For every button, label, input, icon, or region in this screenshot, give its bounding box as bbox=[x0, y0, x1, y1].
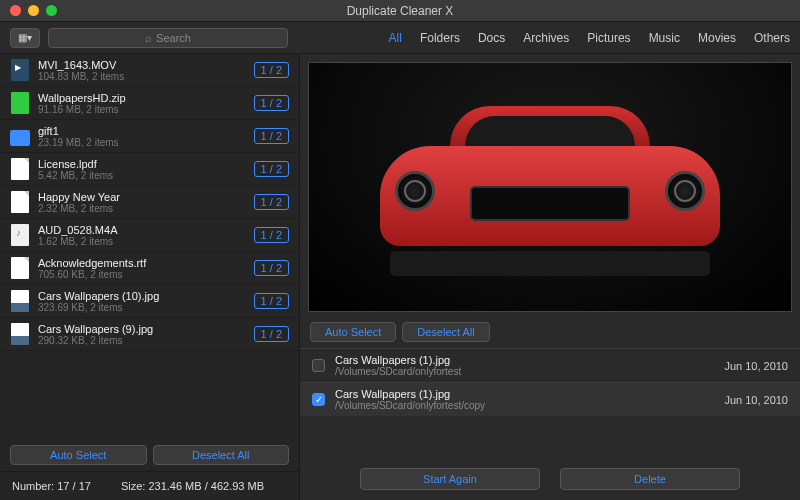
img-icon bbox=[10, 322, 30, 346]
count-badge: 1 / 2 bbox=[254, 227, 289, 243]
list-item[interactable]: Acknowledgements.rtf705.60 KB, 2 items1 … bbox=[0, 252, 299, 285]
list-item[interactable]: License.lpdf5.42 MB, 2 items1 / 2 bbox=[0, 153, 299, 186]
item-name: WallpapersHD.zip bbox=[38, 92, 246, 104]
car-illustration bbox=[360, 106, 740, 286]
status-bar: Number: 17 / 17 Size: 231.46 MB / 462.93… bbox=[0, 471, 299, 500]
count-badge: 1 / 2 bbox=[254, 161, 289, 177]
preview-image bbox=[308, 62, 792, 312]
dup-path: /Volumes/SDcard/onlyfortest bbox=[335, 366, 714, 377]
count-badge: 1 / 2 bbox=[254, 293, 289, 309]
item-name: License.lpdf bbox=[38, 158, 246, 170]
item-name: Happy New Year bbox=[38, 191, 246, 203]
toolbar: ▦▾ ⌕ Search AllFoldersDocsArchivesPictur… bbox=[0, 22, 800, 54]
checkbox[interactable] bbox=[312, 359, 325, 372]
list-item[interactable]: WallpapersHD.zip91.16 MB, 2 items1 / 2 bbox=[0, 87, 299, 120]
item-meta: 290.32 KB, 2 items bbox=[38, 335, 246, 346]
search-input[interactable]: ⌕ Search bbox=[48, 28, 288, 48]
item-meta: 91.16 MB, 2 items bbox=[38, 104, 246, 115]
sidebar: MVI_1643.MOV104.83 MB, 2 items1 / 2Wallp… bbox=[0, 54, 300, 500]
search-placeholder: Search bbox=[156, 32, 191, 44]
dup-date: Jun 10, 2010 bbox=[724, 394, 788, 406]
sidebar-buttons: Auto Select Deselect All bbox=[0, 439, 299, 471]
count-badge: 1 / 2 bbox=[254, 326, 289, 342]
maximize-icon[interactable] bbox=[46, 5, 57, 16]
duplicate-groups-list: MVI_1643.MOV104.83 MB, 2 items1 / 2Wallp… bbox=[0, 54, 299, 439]
auto-select-button[interactable]: Auto Select bbox=[10, 445, 147, 465]
item-meta: 104.83 MB, 2 items bbox=[38, 71, 246, 82]
minimize-icon[interactable] bbox=[28, 5, 39, 16]
tab-archives[interactable]: Archives bbox=[523, 31, 569, 45]
dup-name: Cars Wallpapers (1).jpg bbox=[335, 388, 714, 400]
mov-icon bbox=[10, 58, 30, 82]
list-item[interactable]: Cars Wallpapers (10).jpg323.69 KB, 2 ite… bbox=[0, 285, 299, 318]
start-again-button[interactable]: Start Again bbox=[360, 468, 540, 490]
window-title: Duplicate Cleaner X bbox=[0, 4, 800, 18]
main-panel: Auto Select Deselect All Cars Wallpapers… bbox=[300, 54, 800, 500]
zip-icon bbox=[10, 91, 30, 115]
content: MVI_1643.MOV104.83 MB, 2 items1 / 2Wallp… bbox=[0, 54, 800, 500]
item-meta: 705.60 KB, 2 items bbox=[38, 269, 246, 280]
tab-pictures[interactable]: Pictures bbox=[587, 31, 630, 45]
duplicate-row[interactable]: Cars Wallpapers (1).jpg/Volumes/SDcard/o… bbox=[300, 382, 800, 416]
list-item[interactable]: MVI_1643.MOV104.83 MB, 2 items1 / 2 bbox=[0, 54, 299, 87]
dup-name: Cars Wallpapers (1).jpg bbox=[335, 354, 714, 366]
img-icon bbox=[10, 289, 30, 313]
count-badge: 1 / 2 bbox=[254, 194, 289, 210]
close-icon[interactable] bbox=[10, 5, 21, 16]
duplicate-files-list: Cars Wallpapers (1).jpg/Volumes/SDcard/o… bbox=[300, 348, 800, 458]
audio-icon bbox=[10, 223, 30, 247]
traffic-lights bbox=[10, 5, 57, 16]
delete-button[interactable]: Delete bbox=[560, 468, 740, 490]
main-buttons: Auto Select Deselect All bbox=[300, 320, 800, 348]
tab-folders[interactable]: Folders bbox=[420, 31, 460, 45]
tab-all[interactable]: All bbox=[389, 31, 402, 45]
list-item[interactable]: AUD_0528.M4A1.62 MB, 2 items1 / 2 bbox=[0, 219, 299, 252]
item-name: Acknowledgements.rtf bbox=[38, 257, 246, 269]
item-meta: 2.32 MB, 2 items bbox=[38, 203, 246, 214]
doc-icon bbox=[10, 256, 30, 280]
count-badge: 1 / 2 bbox=[254, 260, 289, 276]
item-name: AUD_0528.M4A bbox=[38, 224, 246, 236]
status-number: Number: 17 / 17 bbox=[12, 480, 91, 492]
item-name: Cars Wallpapers (9).jpg bbox=[38, 323, 246, 335]
list-item[interactable]: gift123.19 MB, 2 items1 / 2 bbox=[0, 120, 299, 153]
count-badge: 1 / 2 bbox=[254, 128, 289, 144]
tab-movies[interactable]: Movies bbox=[698, 31, 736, 45]
view-mode-button[interactable]: ▦▾ bbox=[10, 28, 40, 48]
doc-icon bbox=[10, 157, 30, 181]
search-icon: ⌕ bbox=[145, 32, 152, 44]
item-meta: 5.42 MB, 2 items bbox=[38, 170, 246, 181]
count-badge: 1 / 2 bbox=[254, 95, 289, 111]
tab-others[interactable]: Others bbox=[754, 31, 790, 45]
filter-tabs: AllFoldersDocsArchivesPicturesMusicMovie… bbox=[389, 31, 790, 45]
status-size: Size: 231.46 MB / 462.93 MB bbox=[121, 480, 264, 492]
item-name: MVI_1643.MOV bbox=[38, 59, 246, 71]
duplicate-row[interactable]: Cars Wallpapers (1).jpg/Volumes/SDcard/o… bbox=[300, 348, 800, 382]
item-name: Cars Wallpapers (10).jpg bbox=[38, 290, 246, 302]
dup-date: Jun 10, 2010 bbox=[724, 360, 788, 372]
item-name: gift1 bbox=[38, 125, 246, 137]
count-badge: 1 / 2 bbox=[254, 62, 289, 78]
main-deselect-all-button[interactable]: Deselect All bbox=[402, 322, 489, 342]
bottom-buttons: Start Again Delete bbox=[300, 458, 800, 500]
app-window: Duplicate Cleaner X ▦▾ ⌕ Search AllFolde… bbox=[0, 0, 800, 500]
dup-path: /Volumes/SDcard/onlyfortest/copy bbox=[335, 400, 714, 411]
main-auto-select-button[interactable]: Auto Select bbox=[310, 322, 396, 342]
doc-icon bbox=[10, 190, 30, 214]
item-meta: 1.62 MB, 2 items bbox=[38, 236, 246, 247]
tab-docs[interactable]: Docs bbox=[478, 31, 505, 45]
checkbox[interactable] bbox=[312, 393, 325, 406]
tab-music[interactable]: Music bbox=[649, 31, 680, 45]
titlebar: Duplicate Cleaner X bbox=[0, 0, 800, 22]
item-meta: 23.19 MB, 2 items bbox=[38, 137, 246, 148]
folder-icon bbox=[10, 124, 30, 148]
item-meta: 323.69 KB, 2 items bbox=[38, 302, 246, 313]
deselect-all-button[interactable]: Deselect All bbox=[153, 445, 290, 465]
list-item[interactable]: Happy New Year2.32 MB, 2 items1 / 2 bbox=[0, 186, 299, 219]
list-item[interactable]: Cars Wallpapers (9).jpg290.32 KB, 2 item… bbox=[0, 318, 299, 351]
